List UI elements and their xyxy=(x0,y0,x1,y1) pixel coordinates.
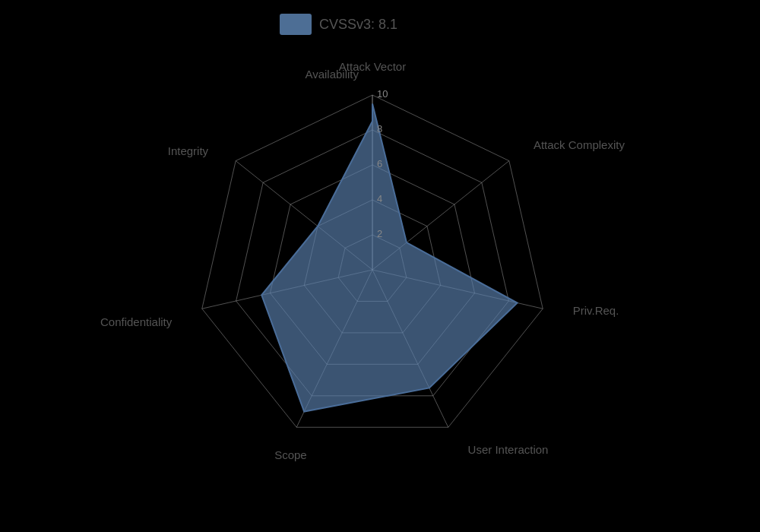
axis-label: User Interaction xyxy=(468,443,549,456)
axis-label: Scope xyxy=(274,448,307,461)
grid-level-label: 6 xyxy=(377,158,382,169)
data-polygon xyxy=(261,104,517,412)
chart-container: CVSSv3: 8.1 Attack VectorAttack Complexi… xyxy=(0,0,760,532)
legend-label: CVSSv3: 8.1 xyxy=(319,17,397,32)
axis-label: Confidentiality xyxy=(100,315,173,328)
axis-label: Priv.Req. xyxy=(573,304,619,317)
grid-level-label: 2 xyxy=(377,228,382,239)
axis-label: Availability xyxy=(305,68,359,81)
grid-level-label: 4 xyxy=(377,193,382,204)
grid-level-label: 10 xyxy=(377,88,388,100)
axis-label: Attack Complexity xyxy=(534,138,625,151)
axis-label: Integrity xyxy=(168,144,209,157)
grid-level-label: 8 xyxy=(377,123,382,135)
legend-color-box xyxy=(280,14,312,35)
